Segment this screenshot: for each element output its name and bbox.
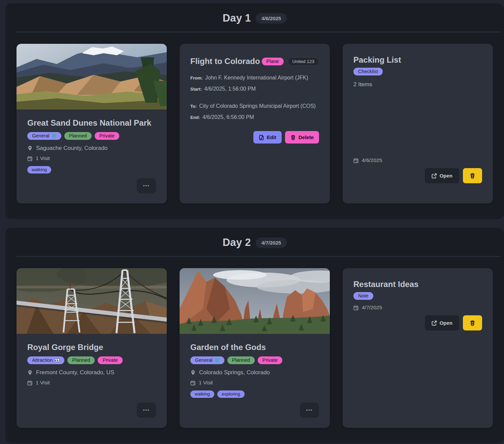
day-2-cards: Royal Gorge Bridge Attraction Planned Pr… <box>17 268 493 428</box>
flight-end-row: End:4/6/2025, 6:56:00 PM <box>190 114 319 120</box>
more-icon: ••• <box>143 408 150 413</box>
location-row: Saguache County, Colorado <box>27 145 156 152</box>
more-icon: ••• <box>306 408 313 413</box>
visits-row: 1 Visit <box>190 380 319 386</box>
items-count: 2 Items <box>353 81 482 88</box>
location-pin-icon <box>27 370 33 375</box>
flight-card[interactable]: Flight to Colorado Plane United 123 From… <box>180 44 330 203</box>
open-button[interactable]: Open <box>425 168 459 183</box>
more-button[interactable]: ••• <box>137 403 156 418</box>
external-link-icon <box>432 320 437 326</box>
location-pin-icon <box>27 146 33 151</box>
day-1-cards: Great Sand Dunes National Park General P… <box>17 44 493 203</box>
royal-gorge-bridge-photo <box>17 268 167 334</box>
checklist-card[interactable]: Packing List Checklist 2 Items 4/6/2025 … <box>343 44 493 203</box>
location-row: Fremont County, Colorado, US <box>27 369 156 376</box>
status-badge[interactable]: Planned <box>64 132 92 140</box>
day-2-divider <box>17 256 501 257</box>
visibility-badge[interactable]: Private <box>258 356 282 364</box>
trash-icon <box>290 135 296 140</box>
date-row: 4/7/2025 <box>353 305 482 311</box>
activity-tag[interactable]: exploring <box>217 390 245 398</box>
place-card-great-sand-dunes[interactable]: Great Sand Dunes National Park General P… <box>17 44 167 203</box>
flight-to-row: To:City of Colorado Springs Municipal Ai… <box>190 103 319 109</box>
more-icon: ••• <box>143 183 150 188</box>
trash-icon <box>470 320 475 326</box>
activity-tag[interactable]: walking <box>27 166 51 173</box>
day-1-date-badge: 4/6/2025 <box>256 13 287 24</box>
type-badge[interactable]: Note <box>353 292 373 300</box>
card-title: Packing List <box>353 55 482 65</box>
day-section-1: Day 1 4/6/2025 <box>5 3 504 219</box>
garden-of-the-gods-photo <box>180 268 330 334</box>
card-title: Royal Gorge Bridge <box>27 343 156 352</box>
calendar-icon <box>353 158 358 163</box>
day-1-divider <box>17 32 501 32</box>
delete-note-button[interactable] <box>463 315 482 330</box>
status-badge[interactable]: Planned <box>67 356 95 364</box>
great-sand-dunes-photo <box>17 44 167 109</box>
edit-icon <box>259 135 264 140</box>
globe-icon <box>215 358 220 363</box>
more-button[interactable]: ••• <box>137 178 156 193</box>
place-card-royal-gorge-bridge[interactable]: Royal Gorge Bridge Attraction Planned Pr… <box>17 268 167 428</box>
flight-start-row: Start:4/6/2025, 1:56:00 PM <box>190 86 319 92</box>
flight-from-row: From:John F. Kennedy International Airpo… <box>190 75 319 81</box>
transport-type-badge[interactable]: Plane <box>262 58 284 65</box>
delete-button[interactable]: Delete <box>285 131 319 144</box>
visibility-badge[interactable]: Private <box>98 356 122 364</box>
calendar-icon <box>353 305 358 310</box>
edit-button[interactable]: Edit <box>253 131 282 144</box>
day-2-date-badge: 4/7/2025 <box>256 237 287 248</box>
delete-checklist-button[interactable] <box>463 168 482 183</box>
visits-row: 1 Visit <box>27 155 156 161</box>
type-badge[interactable]: Checklist <box>353 68 383 75</box>
globe-icon <box>52 133 57 138</box>
card-title: Flight to Colorado <box>190 57 260 66</box>
calendar-icon <box>27 380 32 385</box>
card-title: Restaurant Ideas <box>353 280 482 289</box>
open-button[interactable]: Open <box>425 315 459 330</box>
more-button[interactable]: ••• <box>300 403 319 418</box>
status-badge[interactable]: Planned <box>227 356 255 364</box>
category-badge[interactable]: Attraction <box>27 356 64 364</box>
location-row: Colorado Springs, Colorado <box>190 369 319 376</box>
date-row: 4/6/2025 <box>353 157 482 163</box>
place-card-garden-of-the-gods[interactable]: Garden of the Gods General Planned Priva… <box>180 268 330 428</box>
eyes-icon <box>55 358 60 363</box>
day-1-header: Day 1 4/6/2025 <box>17 3 493 32</box>
card-title: Garden of the Gods <box>190 343 319 352</box>
day-2-title: Day 2 <box>223 236 251 249</box>
location-pin-icon <box>190 370 196 375</box>
day-section-2: Day 2 4/7/2025 <box>5 228 504 443</box>
calendar-icon <box>27 156 32 161</box>
category-badge[interactable]: General <box>190 356 224 364</box>
visits-row: 1 Visit <box>27 380 156 386</box>
trash-icon <box>470 173 475 179</box>
day-1-title: Day 1 <box>223 12 251 24</box>
activity-tag[interactable]: walking <box>190 390 214 398</box>
card-title: Great Sand Dunes National Park <box>27 118 156 128</box>
flight-number-badge: United 123 <box>288 57 319 66</box>
note-card[interactable]: Restaurant Ideas Note 4/7/2025 Open <box>343 268 493 428</box>
day-2-header: Day 2 4/7/2025 <box>17 228 493 256</box>
calendar-icon <box>190 380 195 385</box>
category-badge[interactable]: General <box>27 132 61 140</box>
external-link-icon <box>432 173 437 179</box>
visibility-badge[interactable]: Private <box>95 132 119 140</box>
